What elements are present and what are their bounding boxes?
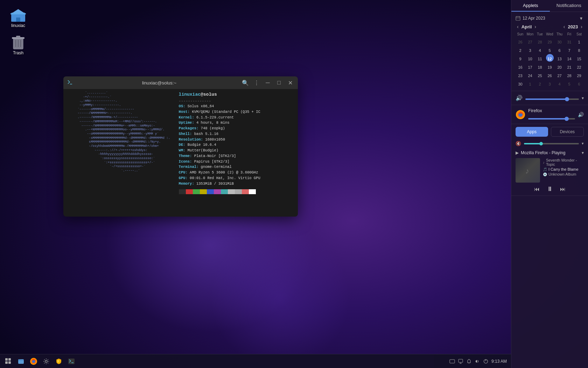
taskbar-firefox-btn[interactable] (28, 356, 39, 367)
taskbar-settings-btn[interactable] (41, 356, 52, 367)
svg-rect-22 (5, 358, 8, 361)
cal-day[interactable]: 11 (536, 54, 544, 62)
cal-day[interactable]: 31 (566, 37, 573, 45)
terminal-menu-btn[interactable]: ⋮ (252, 79, 261, 87)
cal-day[interactable]: 5 (566, 79, 573, 87)
info-cpu: AMD Ryzen 5 3600 (2) @ 3.600GHz (190, 170, 258, 175)
firefox-icon (516, 110, 525, 120)
cal-day[interactable]: 7 (566, 46, 573, 53)
artist-icon: ♪ (543, 161, 545, 164)
info-gpu: 00:01.0 Red Hat, Inc. Virtio GPU (190, 176, 260, 180)
cal-day[interactable]: 27 (556, 71, 564, 79)
cal-day[interactable]: 16 (517, 62, 524, 70)
cal-day[interactable]: 24 (526, 71, 534, 79)
cal-day[interactable]: 29 (575, 71, 583, 79)
terminal-close-btn[interactable]: ✕ (286, 79, 294, 87)
calendar-expand-btn[interactable]: ▾ (579, 15, 584, 21)
tray-notification-icon (466, 359, 472, 364)
terminal-maximize-btn[interactable]: □ (275, 79, 283, 87)
taskbar-apps-btn[interactable] (3, 356, 14, 367)
cal-day[interactable]: 19 (546, 62, 554, 70)
cal-day[interactable]: 2 (517, 46, 524, 53)
devices-tab[interactable]: Devices (551, 127, 584, 137)
cal-day[interactable]: 1 (526, 79, 534, 87)
trash-icon-label: Trash (13, 50, 23, 55)
apps-grid-icon (5, 358, 12, 365)
tab-notifications[interactable]: Notifications (550, 0, 588, 12)
calendar-prev-month[interactable]: ‹ (516, 24, 520, 29)
firefox-volume-slider[interactable] (528, 118, 575, 120)
media-artist-text: Seventh Wonder - Topic (546, 158, 584, 166)
cal-day[interactable]: 27 (526, 37, 534, 45)
svg-rect-8 (16, 36, 20, 38)
apps-tab[interactable]: Apps (516, 127, 548, 137)
terminal-body: `..........` -+/----------.` .,:mNo-----… (63, 89, 298, 217)
terminal-minimize-btn[interactable]: ─ (264, 79, 272, 87)
svg-text:♪: ♪ (525, 166, 529, 175)
cal-day[interactable]: 14 (566, 54, 573, 62)
volume-expand-btn[interactable]: ▾ (582, 96, 584, 101)
calendar-prev-year[interactable]: ‹ (562, 24, 567, 29)
cal-day[interactable]: 29 (546, 37, 554, 45)
terminal-search-btn[interactable]: 🔍 (241, 79, 250, 87)
cal-day[interactable]: 25 (536, 71, 544, 79)
cal-day[interactable]: 23 (517, 71, 524, 79)
media-next-btn[interactable]: ⏭ (560, 186, 566, 192)
calendar-icon (516, 16, 520, 21)
cal-day[interactable]: 22 (575, 62, 583, 70)
cal-day[interactable]: 6 (556, 46, 564, 53)
cal-day[interactable]: 10 (526, 54, 534, 62)
calendar-section: 12 Apr 2023 ▾ ‹ April › ‹ 2023 › Sun (511, 12, 588, 91)
desktop: linuxiac Trash linuxiac@solus:~ (0, 0, 588, 368)
cal-day[interactable]: 4 (556, 79, 564, 87)
volume-section: 🔊 ▾ (511, 91, 588, 105)
cal-day[interactable]: 4 (536, 46, 544, 53)
settings-icon (43, 358, 50, 365)
cal-day[interactable]: 20 (556, 62, 564, 70)
tray-display-icon (458, 359, 463, 364)
taskbar-files-btn[interactable] (15, 356, 27, 367)
cal-day[interactable]: 28 (536, 37, 544, 45)
taskbar-security-btn[interactable]: ! (53, 356, 64, 367)
svg-marker-40 (476, 360, 477, 363)
media-controls: ⏮ ⏸ ⏭ (516, 185, 584, 193)
cal-day[interactable]: 17 (526, 62, 534, 70)
cal-day[interactable]: 30 (517, 79, 524, 87)
cal-day[interactable]: 1 (575, 37, 583, 45)
cal-day[interactable]: 26 (517, 37, 524, 45)
svg-rect-36 (458, 359, 463, 362)
cal-day[interactable]: 15 (575, 54, 583, 62)
cal-day[interactable]: 3 (526, 46, 534, 53)
audio-device-row: 🔇 ▾ (511, 139, 588, 148)
volume-icon: 🔊 (516, 95, 523, 101)
tab-applets[interactable]: Applets (511, 0, 550, 12)
cal-day[interactable]: 5 (546, 46, 554, 53)
audio-device-expand[interactable]: ▾ (582, 141, 584, 146)
calendar-next-year[interactable]: › (579, 24, 584, 29)
cal-day[interactable]: 2 (536, 79, 544, 87)
cal-day[interactable]: 6 (575, 79, 583, 87)
cal-day[interactable]: 21 (566, 62, 573, 70)
cal-day[interactable]: 13 (556, 54, 564, 62)
desktop-icon-home[interactable]: linuxiac (4, 4, 32, 31)
cal-day[interactable]: 8 (575, 46, 583, 53)
song-icon: 🎵 (543, 168, 547, 171)
home-folder-icon (10, 6, 27, 23)
cal-day[interactable]: 3 (546, 79, 554, 87)
cal-day[interactable]: 18 (536, 62, 544, 70)
taskbar-terminal-btn[interactable] (66, 356, 77, 367)
desktop-icon-trash[interactable]: Trash (4, 31, 32, 58)
cal-day-today[interactable]: 12 (546, 54, 554, 62)
calendar-next-month[interactable]: › (533, 24, 538, 29)
cal-day[interactable]: 30 (556, 37, 564, 45)
media-expand-btn[interactable]: ▾ (582, 150, 584, 155)
volume-slider[interactable] (525, 98, 579, 100)
info-username: linuxiac (179, 92, 201, 97)
media-prev-btn[interactable]: ⏮ (534, 186, 540, 192)
info-uptime: 4 hours, 8 mins (196, 121, 230, 125)
cal-day[interactable]: 26 (546, 71, 554, 79)
cal-day[interactable]: 28 (566, 71, 573, 79)
media-pause-btn[interactable]: ⏸ (547, 185, 553, 193)
audio-device-slider[interactable] (524, 143, 579, 144)
cal-day[interactable]: 9 (517, 54, 524, 62)
